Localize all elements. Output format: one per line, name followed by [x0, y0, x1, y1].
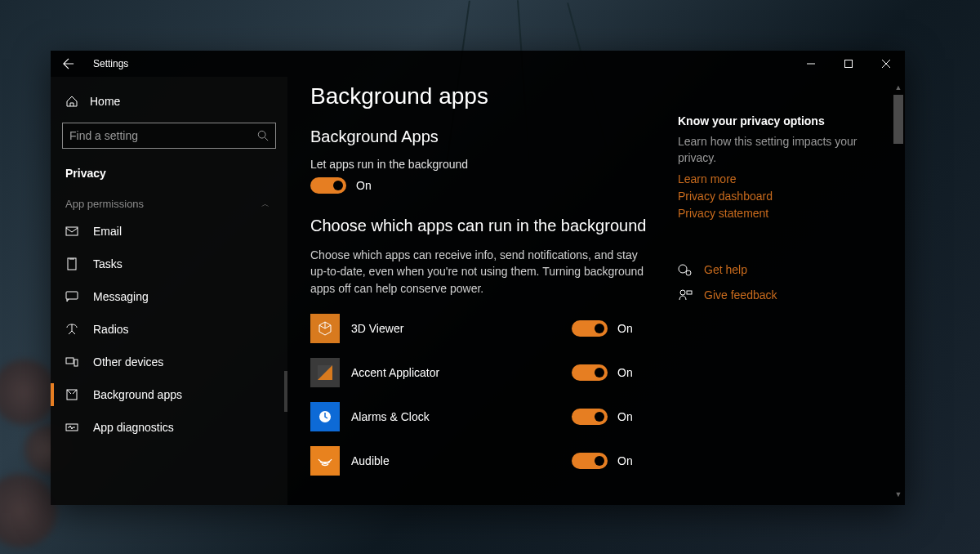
svg-rect-6 [74, 360, 78, 366]
close-button[interactable] [867, 51, 905, 77]
diagnostics-icon [65, 421, 78, 434]
app-icon-3d-viewer [310, 314, 340, 343]
give-feedback-row[interactable]: Give feedback [678, 287, 882, 304]
app-name: 3D Viewer [351, 322, 572, 335]
home-label: Home [90, 95, 120, 108]
choose-apps-description: Choose which apps can receive info, send… [310, 247, 653, 297]
get-help-link[interactable]: Get help [704, 261, 747, 279]
app-icon-alarms-clock [310, 402, 340, 431]
sidebar-item-label: Other devices [93, 355, 163, 369]
give-feedback-link[interactable]: Give feedback [704, 287, 777, 304]
search-box[interactable] [62, 123, 276, 149]
app-row-alarms-clock: Alarms & Clock On [310, 400, 670, 434]
search-icon [257, 130, 269, 141]
sidebar-item-label: Messaging [93, 290, 149, 303]
sidebar-item-label: Email [93, 225, 122, 238]
toggle-knob [595, 368, 604, 378]
app-icon-audible [310, 446, 340, 476]
app-toggle-audible[interactable] [572, 453, 608, 469]
email-icon [65, 225, 78, 238]
background-apps-icon [65, 388, 78, 401]
app-toggle-state: On [617, 322, 633, 335]
minimize-button[interactable] [792, 51, 830, 77]
maximize-icon [844, 60, 853, 68]
arrow-left-icon [63, 58, 74, 69]
svg-rect-4 [66, 292, 78, 299]
wallpaper-blob [0, 360, 57, 425]
settings-window: Settings Home Privacy [51, 51, 905, 505]
app-name: Alarms & Clock [351, 410, 572, 423]
main-scrollbar[interactable]: ▲ ▼ [893, 82, 903, 500]
sidebar-item-background-apps[interactable]: Background apps [51, 378, 287, 411]
app-row-3d-viewer: 3D Viewer On [310, 311, 670, 346]
window-controls [792, 51, 905, 77]
app-icon-accent-applicator [310, 358, 340, 387]
sidebar-section-label: Privacy [51, 155, 287, 183]
get-help-row[interactable]: Get help [678, 261, 882, 279]
accent-icon [318, 365, 332, 380]
sidebar-group-label: App permissions ︿ [51, 183, 287, 215]
link-learn-more[interactable]: Learn more [678, 171, 882, 188]
scroll-thumb[interactable] [893, 95, 903, 144]
sidebar-item-radios[interactable]: Radios [51, 313, 287, 346]
sidebar-item-label: Radios [93, 323, 129, 336]
window-title: Settings [93, 58, 128, 69]
clock-icon [317, 409, 333, 425]
scroll-down-icon[interactable]: ▼ [893, 489, 903, 500]
app-toggle-state: On [617, 410, 633, 423]
page-title: Background apps [310, 83, 670, 109]
svg-rect-5 [66, 358, 74, 364]
toggle-knob [595, 456, 604, 466]
app-toggle-state: On [617, 454, 633, 467]
sidebar-item-label: Background apps [93, 388, 182, 401]
cube-icon [317, 320, 333, 337]
app-name: Audible [351, 454, 572, 467]
subsection-title: Background Apps [310, 127, 670, 146]
svg-point-11 [686, 270, 691, 275]
feedback-icon [678, 288, 693, 303]
search-input[interactable] [69, 129, 257, 142]
toggle-knob [595, 324, 604, 333]
chevron-up-icon: ︿ [261, 199, 270, 210]
app-row-accent-applicator: Accent Applicator On [310, 355, 670, 390]
app-list: 3D Viewer On Accent Applicator [310, 311, 670, 478]
master-toggle-label: Let apps run in the background [310, 158, 670, 171]
sidebar-item-app-diagnostics[interactable]: App diagnostics [51, 411, 287, 444]
app-toggle-3d-viewer[interactable] [572, 320, 608, 337]
messaging-icon [65, 290, 78, 303]
sidebar: Home Privacy App permissions ︿ Email Tas… [51, 77, 287, 505]
help-icon [678, 263, 693, 278]
toggle-knob [333, 181, 343, 190]
sidebar-item-label: App diagnostics [93, 421, 174, 434]
link-privacy-dashboard[interactable]: Privacy dashboard [678, 188, 882, 205]
master-toggle[interactable] [310, 177, 346, 194]
tasks-icon [65, 257, 78, 270]
maximize-button[interactable] [830, 51, 867, 77]
scroll-up-icon[interactable]: ▲ [893, 82, 903, 93]
home-nav[interactable]: Home [51, 88, 287, 114]
svg-point-12 [680, 290, 685, 295]
sidebar-item-tasks[interactable]: Tasks [51, 248, 287, 280]
svg-point-1 [258, 131, 265, 138]
sidebar-item-other-devices[interactable]: Other devices [51, 346, 287, 378]
app-name: Accent Applicator [351, 366, 572, 379]
sidebar-item-email[interactable]: Email [51, 215, 287, 248]
wallpaper-blob [0, 474, 57, 547]
devices-icon [65, 355, 78, 369]
sidebar-item-messaging[interactable]: Messaging [51, 280, 287, 313]
svg-rect-2 [66, 227, 78, 235]
minimize-icon [807, 60, 815, 68]
app-toggle-alarms-clock[interactable] [572, 409, 608, 425]
app-toggle-accent-applicator[interactable] [572, 364, 608, 381]
link-privacy-statement[interactable]: Privacy statement [678, 205, 882, 222]
audible-icon [317, 453, 333, 469]
svg-point-10 [679, 265, 687, 273]
svg-rect-13 [687, 291, 692, 294]
aside-panel: Know your privacy options Learn how this… [670, 83, 882, 505]
aside-heading: Know your privacy options [678, 114, 882, 127]
app-toggle-state: On [617, 366, 633, 379]
nav-list: Email Tasks Messaging Radios Other devic… [51, 215, 287, 444]
back-button[interactable] [51, 51, 87, 77]
master-toggle-state: On [356, 179, 372, 192]
choose-apps-heading: Choose which apps can run in the backgro… [310, 217, 670, 235]
